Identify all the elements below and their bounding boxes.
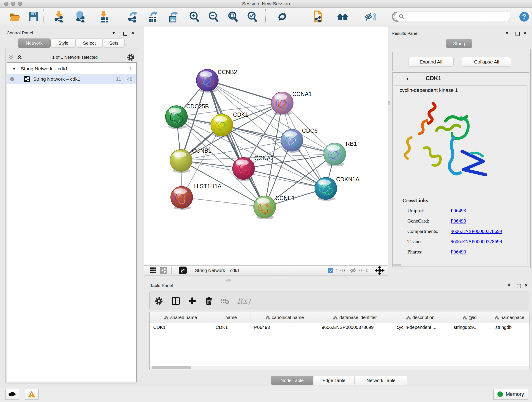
control-panel-maximize-icon[interactable] <box>123 32 127 37</box>
save-session-icon[interactable] <box>27 11 39 23</box>
table-hscrollbar-thumb[interactable] <box>152 366 191 369</box>
import-network-database-icon[interactable] <box>74 11 86 23</box>
network-graph[interactable]: CCNB2CCNA1CDC25BCDK1CDC6RB1CCNB1CCNA2CDK… <box>144 27 388 265</box>
results-scrollbar-thumb[interactable] <box>393 264 401 266</box>
cloud-button[interactable] <box>5 389 19 400</box>
open-file-icon[interactable] <box>9 11 21 23</box>
table-panel-float-icon[interactable]: ▼ <box>507 283 511 288</box>
tab-string[interactable]: String <box>446 39 472 48</box>
control-panel-close-icon[interactable]: ✕ <box>131 31 134 36</box>
export-network-icon[interactable] <box>127 11 139 23</box>
network-node-cdc6[interactable] <box>281 129 303 153</box>
cell-id[interactable]: stringdb:9... <box>450 323 489 332</box>
column-header[interactable]: canonical name <box>250 312 319 323</box>
cell-canonical-name[interactable]: P06493 <box>250 323 319 332</box>
collapse-all-button[interactable]: Collapse All <box>462 57 511 67</box>
network-row-selected[interactable]: String Network – cdk1 11 48 <box>7 74 136 84</box>
zoom-fit-icon[interactable] <box>227 11 239 23</box>
warning-button[interactable] <box>25 389 38 400</box>
open-in-window-icon[interactable] <box>179 267 187 274</box>
hide-panels-eye-icon[interactable] <box>364 11 376 23</box>
expand-all-icon[interactable] <box>17 54 22 60</box>
home-pages-icon[interactable] <box>337 11 349 23</box>
show-columns-icon[interactable] <box>169 294 183 307</box>
vertical-splitter-handle[interactable] <box>388 101 390 105</box>
toolbar-separator <box>265 9 266 24</box>
cell-name[interactable]: CDK1 <box>212 323 250 332</box>
table-gear-icon[interactable] <box>152 294 166 307</box>
tab-node-table[interactable]: Node Table <box>271 376 313 385</box>
column-header[interactable]: namespace <box>489 312 530 323</box>
tab-select[interactable]: Select <box>76 38 103 48</box>
node-label-ccne1: CCNE1 <box>275 195 295 201</box>
horizontal-splitter-handle[interactable] <box>226 279 231 281</box>
table-panel-close-icon[interactable]: ✕ <box>525 283 528 288</box>
add-column-icon[interactable] <box>185 294 199 307</box>
crosslink-compartments-link[interactable]: 9606.ENSP00000378699 <box>451 228 502 234</box>
fit-selected-crosshair-icon[interactable] <box>375 266 385 275</box>
network-node-cdkn1a[interactable] <box>315 177 337 201</box>
delete-table-icon <box>218 294 232 307</box>
refresh-icon[interactable] <box>276 11 288 23</box>
zoom-selected-icon[interactable] <box>246 11 258 23</box>
cell-description[interactable]: cyclin-dependent ... <box>391 323 450 332</box>
network-node-ccnb1[interactable] <box>170 149 192 173</box>
zoom-in-icon[interactable] <box>188 11 200 23</box>
table-row[interactable]: CDK1 CDK1 P06493 9606.ENSP00000378699 cy… <box>150 323 530 332</box>
cell-namespace[interactable]: stringdb <box>489 323 530 332</box>
edge-count: 48 <box>127 76 133 82</box>
export-image-icon[interactable] <box>167 11 179 23</box>
network-collection-row[interactable]: ▼ String Network – cdk1 1 <box>7 64 136 74</box>
network-share-icon[interactable] <box>160 267 167 274</box>
network-view-statusbar: String Network – cdk1 1 - 0 0 - 0 <box>144 265 388 275</box>
results-panel-float-icon[interactable]: ▼ <box>505 31 509 36</box>
column-header[interactable]: shared name <box>150 312 212 323</box>
table-hscrollbar[interactable] <box>150 366 529 370</box>
table-panel-maximize-icon[interactable] <box>517 284 521 289</box>
results-panel-close-icon[interactable]: ✕ <box>523 31 526 36</box>
network-edge[interactable] <box>182 197 265 207</box>
network-edge[interactable] <box>207 80 282 103</box>
tab-style[interactable]: Style <box>51 38 76 48</box>
node-label-ccna2: CCNA2 <box>254 155 274 161</box>
control-panel-float-icon[interactable]: ▼ <box>112 31 116 36</box>
network-node-ccne1[interactable] <box>254 196 276 219</box>
zoom-out-icon[interactable] <box>208 11 220 23</box>
results-panel-maximize-icon[interactable] <box>515 32 520 37</box>
crosslink-pharos-link[interactable]: P06493 <box>451 249 466 255</box>
export-table-icon[interactable] <box>147 11 159 23</box>
column-header[interactable]: database identifier <box>319 312 391 323</box>
network-node-rb1[interactable] <box>324 143 346 166</box>
selected-checkbox-icon[interactable] <box>328 268 333 273</box>
import-table-icon[interactable] <box>98 11 110 23</box>
cell-database-identifier[interactable]: 9606.ENSP00000378699 <box>319 323 391 332</box>
tree-expander-icon[interactable]: ▼ <box>12 67 16 71</box>
column-header[interactable]: @id <box>450 312 489 323</box>
network-node-cdc25b[interactable] <box>165 106 187 129</box>
cell-shared-name[interactable]: CDK1 <box>150 323 212 332</box>
expand-all-button[interactable]: Expand All <box>408 57 454 67</box>
tab-network[interactable]: Network <box>18 38 51 48</box>
search-input[interactable] <box>395 11 511 21</box>
memory-button[interactable]: Memory <box>493 389 528 400</box>
network-list-gear-icon[interactable] <box>127 54 134 61</box>
network-node-ccna1[interactable] <box>271 92 293 115</box>
crosslink-tissues-link[interactable]: 9606.ENSP00000378699 <box>451 239 502 245</box>
network-node-hist1h1a[interactable] <box>171 186 193 210</box>
crosslink-uniprot-link[interactable]: P06493 <box>451 208 466 214</box>
column-header[interactable]: name <box>212 312 250 323</box>
tab-sets[interactable]: Sets <box>103 38 125 48</box>
crosslink-genecard-link[interactable]: P06493 <box>451 218 466 224</box>
tab-network-table[interactable]: Network Table <box>355 376 407 385</box>
network-canvas[interactable]: CCNB2CCNA1CDC25BCDK1CDC6RB1CCNB1CCNA2CDK… <box>144 27 388 265</box>
cdk1-expander-icon[interactable]: ▼ <box>405 77 409 81</box>
help-icon[interactable]: ? <box>518 11 530 23</box>
import-network-file-icon[interactable] <box>53 11 65 23</box>
grid-view-icon[interactable] <box>150 267 157 274</box>
search-field[interactable] <box>406 13 506 19</box>
delete-column-icon[interactable] <box>202 294 215 307</box>
tab-edge-table[interactable]: Edge Table <box>313 376 355 385</box>
share-document-icon[interactable] <box>312 11 323 23</box>
collapse-all-icon[interactable] <box>8 54 14 60</box>
column-header[interactable]: description <box>391 312 450 323</box>
